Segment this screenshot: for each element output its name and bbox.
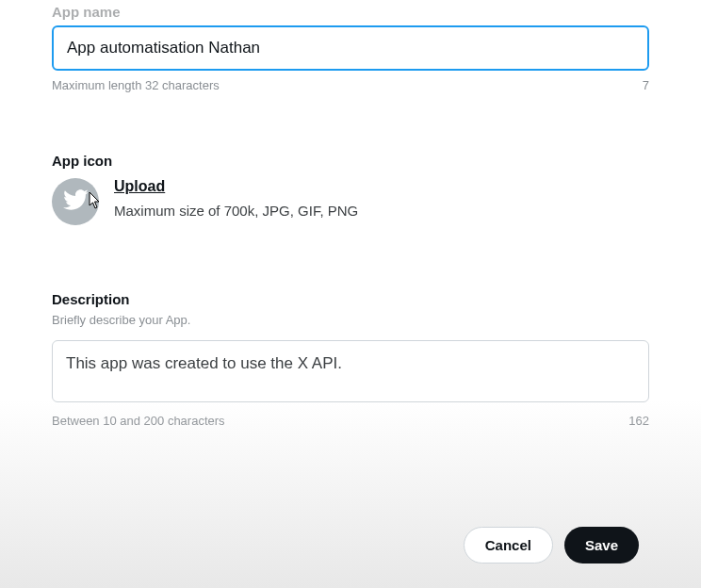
description-helper: Between 10 and 200 characters — [52, 414, 225, 428]
app-name-helper: Maximum length 32 characters — [52, 78, 220, 92]
description-remaining: 162 — [628, 414, 649, 428]
app-icon-placeholder[interactable] — [52, 178, 99, 225]
description-sublabel: Briefly describe your App. — [52, 313, 649, 327]
app-name-label: App name — [52, 4, 649, 20]
cancel-button[interactable]: Cancel — [464, 527, 553, 564]
app-name-input[interactable] — [52, 25, 649, 71]
app-icon-label: App icon — [52, 153, 649, 169]
app-name-remaining: 7 — [643, 78, 649, 92]
description-label: Description — [52, 291, 649, 307]
save-button[interactable]: Save — [564, 527, 639, 564]
description-input[interactable] — [52, 340, 649, 402]
twitter-bird-icon — [62, 187, 89, 217]
upload-hint: Maximum size of 700k, JPG, GIF, PNG — [114, 203, 358, 219]
upload-button[interactable]: Upload — [114, 178, 165, 195]
